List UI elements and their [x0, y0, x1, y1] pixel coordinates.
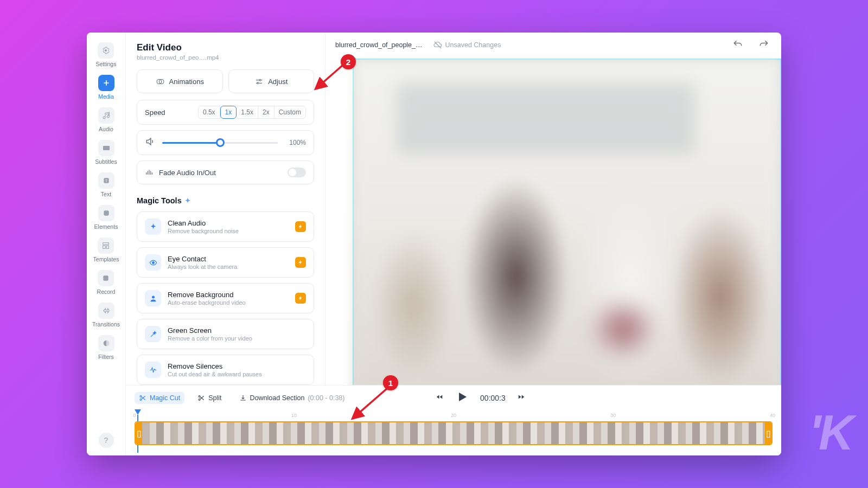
volume-icon[interactable]: [145, 136, 156, 149]
nav-label: Transitions: [92, 321, 120, 328]
speed-label: Speed: [145, 108, 165, 117]
nav-label: Settings: [96, 61, 117, 67]
nav-transitions[interactable]: Transitions: [92, 303, 120, 328]
timeline-clip[interactable]: ▯ ▯: [135, 421, 773, 445]
nav-subtitles[interactable]: Subtitles: [95, 140, 117, 165]
adjust-icon: [254, 77, 264, 86]
rewind-button[interactable]: [436, 393, 443, 403]
sparkle-icon: [145, 219, 161, 235]
tool-desc: Auto-erase background video: [168, 299, 289, 306]
volume-card: 100%: [137, 130, 314, 155]
svg-point-12: [259, 79, 261, 81]
bolt-badge: [295, 257, 306, 268]
svg-rect-5: [103, 243, 109, 245]
svg-point-15: [152, 296, 155, 298]
shapes-icon: [98, 205, 114, 221]
person-icon: [145, 290, 161, 306]
svg-rect-7: [107, 246, 109, 248]
nav-record[interactable]: Record: [97, 270, 116, 295]
tool-title: Remove Silences: [168, 362, 306, 370]
unsaved-indicator: Unsaved Changes: [433, 41, 501, 49]
bolt-badge: [295, 293, 306, 304]
play-button[interactable]: [455, 390, 468, 406]
sparkle-icon: ✦: [185, 197, 190, 204]
nav-filters[interactable]: Filters: [98, 335, 114, 360]
app-window: Settings Media Audio Subtitles T Text El…: [87, 33, 781, 455]
fade-card: Fade Audio In/Out: [137, 160, 314, 184]
clip-trim-left[interactable]: ▯: [136, 422, 142, 444]
tab-label: Animations: [169, 78, 204, 86]
nav-templates[interactable]: Templates: [93, 237, 119, 262]
timecode: 00:00:3: [480, 394, 506, 402]
tab-adjust[interactable]: Adjust: [228, 69, 315, 93]
download-section-button[interactable]: Download Section(0:00 - 0:38): [235, 392, 349, 404]
tool-remove-silences[interactable]: Remove Silences Cut out dead air & awkwa…: [137, 355, 314, 385]
download-icon: [239, 394, 247, 402]
wave-icon: [145, 362, 161, 378]
tool-clean-audio[interactable]: Clean Audio Remove background noise: [137, 211, 314, 242]
tool-green-screen[interactable]: Green Screen Remove a color from your vi…: [137, 319, 314, 349]
timeline-ruler[interactable]: 0 10 20 30 40: [135, 413, 773, 420]
nav-media[interactable]: Media: [98, 75, 114, 100]
scissors-sparkle-icon: [139, 394, 146, 402]
timeline-area: Magic Cut Split Download Section(0:00 - …: [126, 385, 781, 455]
nav-settings[interactable]: Settings: [96, 42, 117, 67]
nav-label: Subtitles: [95, 158, 117, 165]
svg-point-0: [105, 49, 107, 52]
bolt-badge: [295, 221, 306, 232]
svg-rect-8: [104, 275, 108, 280]
panel-filename: blurred_crowd_of_peo….mp4: [137, 54, 314, 61]
fade-label: Fade Audio In/Out: [159, 169, 282, 177]
document-name: blurred_crowd_of_people_…: [335, 41, 423, 49]
tab-animations[interactable]: Animations: [137, 69, 223, 93]
nav-text[interactable]: T Text: [98, 172, 114, 197]
scissors-icon: [197, 394, 205, 402]
speed-custom[interactable]: Custom: [275, 106, 306, 119]
clip-thumbnails: [142, 422, 765, 444]
help-button[interactable]: ?: [99, 433, 114, 448]
nav-label: Templates: [93, 256, 119, 262]
redo-button[interactable]: [756, 37, 771, 54]
nav-label: Filters: [98, 354, 114, 360]
tool-desc: Remove a color from your video: [168, 335, 306, 342]
nav-elements[interactable]: Elements: [94, 205, 118, 230]
text-icon: T: [98, 172, 114, 189]
fade-icon: [145, 168, 154, 177]
templates-icon: [98, 237, 114, 254]
panel-title: Edit Video: [137, 42, 314, 53]
transitions-icon: [98, 303, 114, 319]
speed-1-5x[interactable]: 1.5x: [237, 106, 258, 119]
record-icon: [98, 270, 114, 286]
speed-options: 0.5x 1x 1.5x 2x Custom: [198, 106, 306, 119]
music-icon: [98, 107, 114, 124]
tool-remove-bg[interactable]: Remove Background Auto-erase background …: [137, 283, 314, 313]
clip-trim-right[interactable]: ▯: [765, 422, 771, 444]
annotation-badge-2: 2: [341, 54, 356, 69]
nav-audio[interactable]: Audio: [98, 107, 114, 132]
svg-text:T: T: [105, 179, 107, 183]
tool-title: Eye Contact: [168, 255, 289, 263]
tool-desc: Always look at the camera: [168, 264, 289, 270]
undo-button[interactable]: [730, 37, 745, 54]
nav-label: Audio: [99, 126, 113, 132]
svg-point-14: [152, 261, 154, 264]
animations-icon: [156, 77, 165, 86]
top-bar: blurred_crowd_of_people_… Unsaved Change…: [326, 33, 781, 57]
forward-button[interactable]: [518, 393, 525, 403]
fade-toggle[interactable]: [288, 168, 306, 177]
gear-icon: [98, 42, 114, 59]
speed-1x[interactable]: 1x: [220, 106, 237, 119]
tool-title: Remove Background: [168, 291, 289, 299]
speed-0-5x[interactable]: 0.5x: [198, 106, 220, 119]
playhead[interactable]: [135, 409, 141, 415]
tool-title: Green Screen: [168, 326, 306, 335]
tool-eye-contact[interactable]: Eye Contact Always look at the camera: [137, 247, 314, 278]
svg-rect-1: [103, 146, 110, 150]
volume-slider[interactable]: [162, 138, 278, 147]
plus-icon: [98, 75, 114, 91]
split-button[interactable]: Split: [193, 392, 226, 404]
magic-cut-button[interactable]: Magic Cut: [135, 392, 184, 404]
watermark-text: 'K: [809, 405, 852, 461]
volume-percent: 100%: [284, 139, 306, 146]
speed-2x[interactable]: 2x: [258, 106, 275, 119]
